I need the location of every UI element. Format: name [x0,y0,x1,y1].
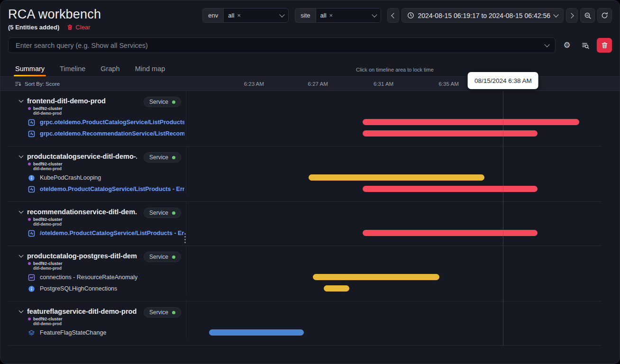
timeline-lane[interactable] [186,146,602,195]
tab-mind-map[interactable]: Mind map [135,61,166,76]
rca-workbench-window: RCA workbench (5 Entities added) Clear e… [0,0,620,364]
site-filter-tag: all × [320,12,333,19]
sort-by-control[interactable]: Sort By: Score [0,77,186,91]
tab-timeline[interactable]: Timeline [59,61,86,76]
apm-icon [28,230,35,237]
group-header[interactable]: recommendationservice-ditl-dem...bedf92-… [8,202,186,228]
delete-query-button[interactable] [597,38,612,53]
chevron-down-icon[interactable] [19,253,24,258]
group-namespace: ditl-demo-prod [33,266,186,271]
top-bar: RCA workbench (5 Entities added) Clear e… [0,0,620,31]
entity-item[interactable]: KubePodCrashLooping [8,172,186,183]
entity-group: featureflagservice-ditl-demo-prodbedf92-… [8,301,602,346]
group-header[interactable]: frontend-ditl-demo-prodbedf92-clusterdit… [8,91,186,117]
chevron-down-icon [280,12,285,17]
entity-item-label: connections - ResourceRateAnomaly [40,274,137,281]
entity-item-label: grpc.oteldemo.ProductCatalogService/List… [40,119,184,126]
cluster-dot-icon [28,107,31,110]
timeline-bar[interactable] [363,119,579,125]
entity-item-label: grpc.oteldemo.RecommendationService/List… [40,130,184,137]
entity-group: productcatalog-postgres-ditl-dem...bedf9… [8,246,602,301]
chevron-down-icon[interactable] [19,154,24,158]
search-box[interactable] [8,37,556,53]
time-range-button[interactable]: 2024-08-15 06:19:17 to 2024-08-15 06:42:… [401,8,564,23]
apm-icon [28,130,35,137]
timeline-bar[interactable] [363,186,538,192]
time-back-button[interactable] [387,8,399,23]
search-list-icon [582,42,589,49]
group-header[interactable]: productcatalog-postgres-ditl-dem...bedf9… [8,246,186,272]
group-name: featureflagservice-ditl-demo-prod [27,308,137,315]
title-block: RCA workbench (5 Entities added) Clear [8,6,101,31]
timeline-hint: Click on timeline area to lock time [356,67,434,73]
timeline-lane[interactable] [186,91,602,139]
chevron-right-icon [568,13,574,18]
timeline-axis[interactable]: 08/15/2024 6:38 AM 6:23 AM6:27 AM6:31 AM… [186,77,602,91]
status-dot-icon [172,156,175,159]
group-namespace: ditl-demo-prod [33,222,186,227]
entity-item[interactable]: oteldemo.ProductCatalogService/ListProdu… [8,183,186,195]
site-filter-label: site [295,8,315,23]
refresh-button[interactable] [597,8,612,23]
entity-item[interactable]: FeatureFlagStateChange [8,327,186,338]
group-header[interactable]: productcatalogservice-ditl-demo-...bedf9… [8,146,186,172]
entity-panel: productcatalogservice-ditl-demo-...bedf9… [8,146,186,195]
entity-item[interactable]: grpc.oteldemo.RecommendationService/List… [8,128,186,139]
axis-tick: 6:27 AM [308,81,328,87]
env-filter-select[interactable]: all × [223,8,289,23]
remove-tag-icon[interactable]: × [329,12,333,19]
clear-button[interactable]: Clear [67,24,90,31]
apm-icon [28,186,35,193]
timeline-lane[interactable] [186,301,602,338]
status-dot-icon [172,100,175,104]
cluster-dot-icon [28,163,31,165]
entity-item[interactable]: PostgreSQLHighConnections [8,283,186,294]
group-name: productcatalog-postgres-ditl-dem... [27,252,137,260]
timeline-lane[interactable] [186,202,602,239]
search-input[interactable] [15,41,545,50]
gear-icon: ⚙ [563,40,570,50]
status-dot-icon [172,311,175,314]
entity-item[interactable]: grpc.oteldemo.ProductCatalogService/List… [8,117,186,128]
remove-tag-icon[interactable]: × [237,12,241,19]
settings-button[interactable]: ⚙ [560,38,574,53]
timeline-bar[interactable] [313,274,439,280]
query-inspector-button[interactable] [578,38,593,53]
entity-item-label: /oteldemo.ProductCatalogService/ListProd… [40,230,184,237]
zoom-out-button[interactable] [580,8,595,23]
tab-graph[interactable]: Graph [100,61,120,76]
entity-item[interactable]: connections - ResourceRateAnomaly [8,272,186,283]
group-namespace: ditl-demo-prod [33,166,186,171]
refresh-icon [601,12,608,19]
panel-resize-handle[interactable] [183,232,187,244]
timeline-bar[interactable] [309,174,484,181]
event-icon [28,329,35,337]
search-row: ⚙ [8,37,612,53]
time-range-label: 2024-08-15 06:19:17 to 2024-08-15 06:42:… [418,12,550,19]
apm-icon [28,119,35,126]
entity-item[interactable]: /oteldemo.ProductCatalogService/ListProd… [8,228,186,239]
timeline-bar[interactable] [363,230,538,236]
chevron-down-icon[interactable] [19,209,24,214]
timeline-bar[interactable] [363,130,538,136]
chevron-down-icon[interactable] [19,98,24,103]
entity-group: frontend-ditl-demo-prodbedf92-clusterdit… [8,91,602,146]
timeline-lane[interactable] [186,246,602,294]
chevron-down-icon[interactable] [19,309,24,313]
group-header[interactable]: featureflagservice-ditl-demo-prodbedf92-… [8,301,186,327]
env-filter-label: env [202,8,223,23]
site-filter-value: all [320,12,327,19]
timeline-bar[interactable] [209,329,304,336]
group-name: recommendationservice-ditl-dem... [27,208,137,216]
tab-summary[interactable]: Summary [15,61,45,76]
env-filter-tag: all × [228,12,241,19]
top-controls: env all × site all × [202,8,612,23]
group-namespace: ditl-demo-prod [33,321,186,326]
site-filter-select[interactable]: all × [316,8,381,23]
timeline-bar[interactable] [324,285,349,291]
time-forward-button[interactable] [566,8,578,23]
site-filter: site all × [295,8,381,23]
status-dot-icon [172,255,175,259]
env-filter-value: all [228,12,234,19]
service-badge: Service [144,252,181,262]
